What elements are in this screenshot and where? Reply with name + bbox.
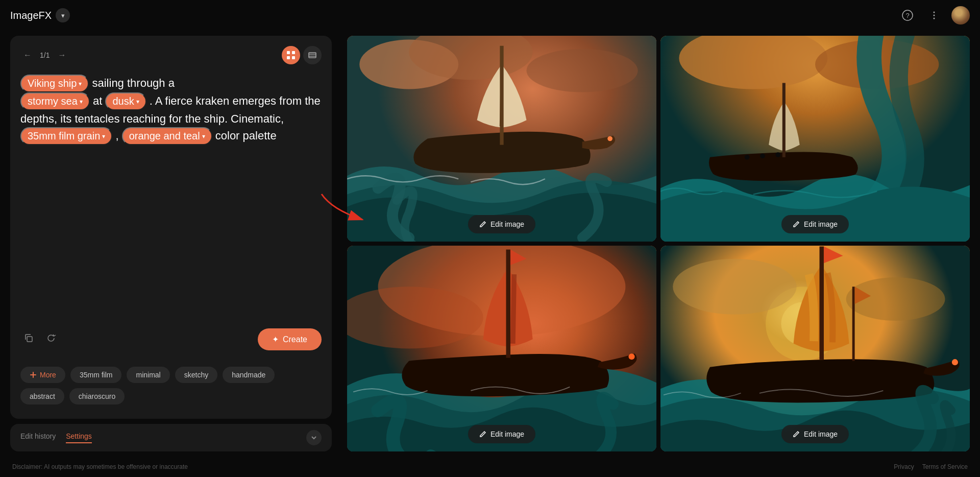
header-left: ImageFX ▾ [10,8,70,22]
svg-point-24 [760,154,765,159]
svg-point-25 [775,152,780,157]
create-button[interactable]: ✦ Create [258,328,322,350]
grid-view-button[interactable] [282,46,300,64]
svg-point-34 [673,259,796,315]
image-3-illustration [347,246,656,451]
svg-rect-9 [309,53,316,58]
terms-link[interactable]: Terms of Service [922,463,968,470]
header-right: ? [898,6,970,25]
nav-arrows: ← 1/1 → [20,50,69,61]
footer-links: Privacy Terms of Service [894,463,968,470]
style-chip-sketchy[interactable]: sketchy [175,367,217,383]
style-chip-35mm-film[interactable]: 35mm film [70,367,122,383]
svg-point-18 [607,136,612,141]
style-chip-minimal[interactable]: minimal [127,367,169,383]
refresh-button[interactable] [43,330,59,349]
stormy-sea-chip[interactable]: stormy sea ▾ [20,92,90,110]
app-name: ImageFX [10,10,52,21]
action-icons [20,330,59,349]
navigation-bar: ← 1/1 → [20,46,322,64]
copy-button[interactable] [20,330,37,349]
nav-counter: 1/1 [40,51,50,59]
svg-rect-36 [819,247,823,360]
help-button[interactable]: ? [898,6,917,25]
svg-point-30 [628,353,634,360]
prev-button[interactable]: ← [20,50,35,61]
svg-rect-37 [852,287,855,361]
prompt-card: ← 1/1 → [10,36,332,419]
disclaimer-text: Disclaimer: AI outputs may sometimes be … [12,463,188,470]
svg-point-38 [952,359,958,365]
style-chip-abstract[interactable]: abstract [20,388,64,404]
edit-image-button-3[interactable]: Edit image [468,425,535,443]
header: ImageFX ▾ ? [0,0,980,31]
style-chips-row: More 35mm film minimal sketchy handmade … [20,359,322,409]
image-cell-4[interactable]: Edit image [660,246,970,451]
footer: Disclaimer: AI outputs may sometimes be … [0,457,980,477]
image-cell-2[interactable]: Edit image [660,36,970,242]
aspect-ratio-button[interactable] [303,46,322,64]
style-chip-chiaroscuro[interactable]: chiaroscuro [69,388,125,404]
more-options-button[interactable] [925,6,943,25]
edit-image-button-4[interactable]: Edit image [781,425,849,443]
tabs-chevron-button[interactable] [306,430,322,445]
avatar[interactable] [951,6,970,25]
svg-text:?: ? [905,12,909,19]
svg-point-23 [745,155,750,160]
svg-rect-7 [287,56,290,59]
tab-settings[interactable]: Settings [66,432,92,443]
bottom-tabs: Edit history Settings [10,424,332,451]
svg-rect-17 [500,46,503,145]
svg-point-3 [934,15,935,16]
privacy-link[interactable]: Privacy [894,463,914,470]
nav-icons [282,46,322,64]
film-grain-chip[interactable]: 35mm film grain ▾ [20,127,112,145]
viking-ship-chip[interactable]: Viking ship ▾ [20,75,89,92]
color-palette-chip[interactable]: orange and teal ▾ [122,127,212,145]
svg-rect-5 [287,51,290,54]
app-dropdown-button[interactable]: ▾ [56,8,70,22]
prompt-text: Viking ship ▾ sailing through a stormy s… [20,75,322,145]
style-chip-handmade[interactable]: handmade [223,367,275,383]
more-styles-button[interactable]: More [20,367,65,383]
avatar-image [951,6,970,25]
edit-image-button-2[interactable]: Edit image [781,215,849,233]
svg-rect-22 [782,83,786,157]
next-button[interactable]: → [55,50,69,61]
image-2-illustration [660,36,970,242]
main-layout: ← 1/1 → [0,31,980,457]
dusk-chip[interactable]: dusk ▾ [105,92,146,110]
image-cell-1[interactable]: Edit image [347,36,656,242]
svg-rect-8 [292,56,295,59]
svg-point-2 [934,12,935,13]
svg-rect-12 [27,337,32,342]
edit-image-button-1[interactable]: Edit image [468,215,535,233]
tab-edit-history[interactable]: Edit history [20,432,56,443]
svg-point-4 [934,18,935,19]
action-row: ✦ Create [20,328,322,350]
left-panel: ← 1/1 → [0,31,342,457]
svg-rect-29 [506,250,510,358]
image-cell-3[interactable]: Edit image [347,246,656,451]
image-grid: Edit image [342,31,980,457]
svg-rect-6 [292,51,295,54]
tabs-left: Edit history Settings [20,432,92,443]
svg-point-16 [526,49,638,92]
image-4-illustration [660,246,970,451]
image-1-illustration [347,36,656,242]
